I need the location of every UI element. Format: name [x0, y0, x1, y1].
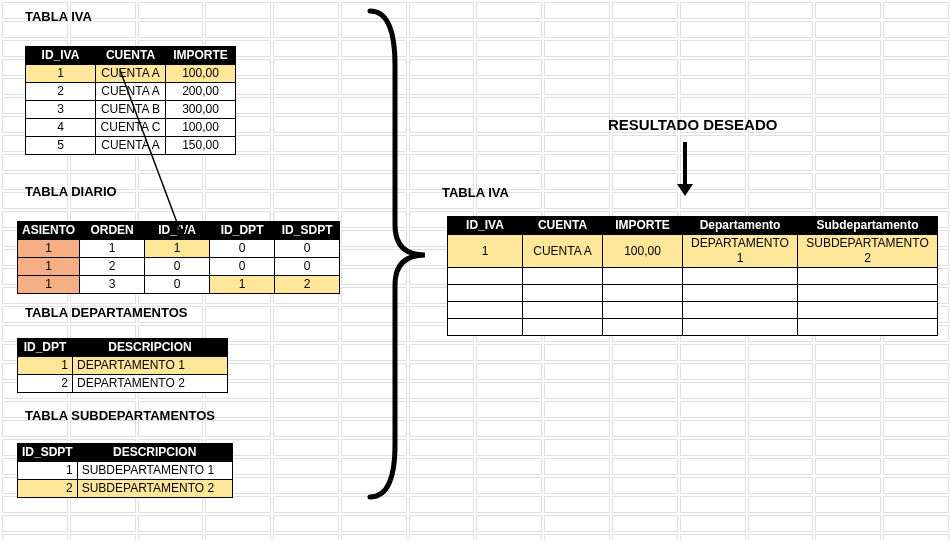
table-row: ID_IVA CUENTA IMPORTE Departamento Subde… [448, 217, 938, 235]
cell-idsdpt[interactable]: 0 [275, 240, 340, 258]
title-tabla-iva: TABLA IVA [25, 9, 92, 24]
th-cuenta: CUENTA [523, 217, 603, 235]
th-importe: IMPORTE [603, 217, 683, 235]
table-row [448, 319, 938, 336]
cell-orden[interactable]: 2 [80, 258, 145, 276]
cell-orden[interactable]: 3 [80, 276, 145, 294]
svg-marker-3 [176, 228, 186, 240]
svg-line-2 [120, 70, 182, 236]
table-row: 1 CUENTA A 100,00 DEPARTAMENTO 1 SUBDEPA… [448, 235, 938, 268]
th-departamento: Departamento [683, 217, 798, 235]
title-tabla-departamentos: TABLA DEPARTAMENTOS [25, 305, 188, 320]
cell-idsdpt[interactable]: 0 [275, 258, 340, 276]
th-subdepartamento: Subdepartamento [798, 217, 938, 235]
table-row: 1DEPARTAMENTO 1 [18, 357, 228, 375]
cell-id[interactable]: 2 [18, 375, 73, 393]
th-descripcion: DESCRIPCION [77, 444, 232, 462]
cell-importe[interactable]: 100,00 [603, 235, 683, 268]
table-departamentos: ID_DPT DESCRIPCION 1DEPARTAMENTO 12DEPAR… [17, 338, 228, 393]
cell-idiva[interactable]: 1 [448, 235, 523, 268]
cell-id[interactable]: 2 [18, 480, 78, 498]
cell-idiva[interactable]: 0 [145, 258, 210, 276]
table-row: 2SUBDEPARTAMENTO 2 [18, 480, 233, 498]
title-resultado-deseado: RESULTADO DESEADO [608, 116, 777, 133]
cell-iddpt[interactable]: 1 [210, 276, 275, 294]
th-id-sdpt: ID_SDPT [18, 444, 78, 462]
cell-cuenta[interactable]: CUENTA A [523, 235, 603, 268]
cell-asiento[interactable]: 1 [18, 258, 80, 276]
table-row: 2DEPARTAMENTO 2 [18, 375, 228, 393]
cell-desc[interactable]: DEPARTAMENTO 1 [73, 357, 228, 375]
cell-idsdpt[interactable]: 2 [275, 276, 340, 294]
th-id-dpt: ID_DPT [18, 339, 73, 357]
cell-iddpt[interactable]: 0 [210, 258, 275, 276]
table-row: 12000 [18, 258, 340, 276]
table-row: 13012 [18, 276, 340, 294]
table-row: ID_SDPT DESCRIPCION [18, 444, 233, 462]
table-row [448, 268, 938, 285]
cell-id[interactable]: 1 [18, 357, 73, 375]
svg-marker-1 [677, 184, 693, 196]
arrow-diagonal-icon [100, 60, 220, 250]
cell-id[interactable]: 2 [26, 83, 96, 101]
th-id-iva: ID_IVA [448, 217, 523, 235]
th-id-iva: ID_IVA [26, 47, 96, 65]
cell-id[interactable]: 1 [18, 462, 78, 480]
cell-id[interactable]: 5 [26, 137, 96, 155]
cell-asiento[interactable]: 1 [18, 240, 80, 258]
arrow-down-icon [665, 138, 705, 200]
cell-sdpt[interactable]: SUBDEPARTAMENTO 2 [798, 235, 938, 268]
title-tabla-subdepartamentos: TABLA SUBDEPARTAMENTOS [25, 408, 215, 423]
cell-desc[interactable]: SUBDEPARTAMENTO 2 [77, 480, 232, 498]
th-id-sdpt: ID_SDPT [275, 222, 340, 240]
table-row: ID_DPT DESCRIPCION [18, 339, 228, 357]
th-descripcion: DESCRIPCION [73, 339, 228, 357]
th-asiento: ASIENTO [18, 222, 80, 240]
cell-id[interactable]: 3 [26, 101, 96, 119]
cell-id[interactable]: 4 [26, 119, 96, 137]
table-subdepartamentos: ID_SDPT DESCRIPCION 1SUBDEPARTAMENTO 12S… [17, 443, 233, 498]
table-row [448, 302, 938, 319]
table-row [448, 285, 938, 302]
cell-desc[interactable]: DEPARTAMENTO 2 [73, 375, 228, 393]
title-tabla-iva-right: TABLA IVA [442, 185, 509, 200]
cell-desc[interactable]: SUBDEPARTAMENTO 1 [77, 462, 232, 480]
cell-id[interactable]: 1 [26, 65, 96, 83]
cell-dpt[interactable]: DEPARTAMENTO 1 [683, 235, 798, 268]
table-row: 1SUBDEPARTAMENTO 1 [18, 462, 233, 480]
table-resultado: ID_IVA CUENTA IMPORTE Departamento Subde… [447, 216, 938, 336]
cell-idiva[interactable]: 0 [145, 276, 210, 294]
brace-icon [355, 5, 435, 503]
cell-asiento[interactable]: 1 [18, 276, 80, 294]
